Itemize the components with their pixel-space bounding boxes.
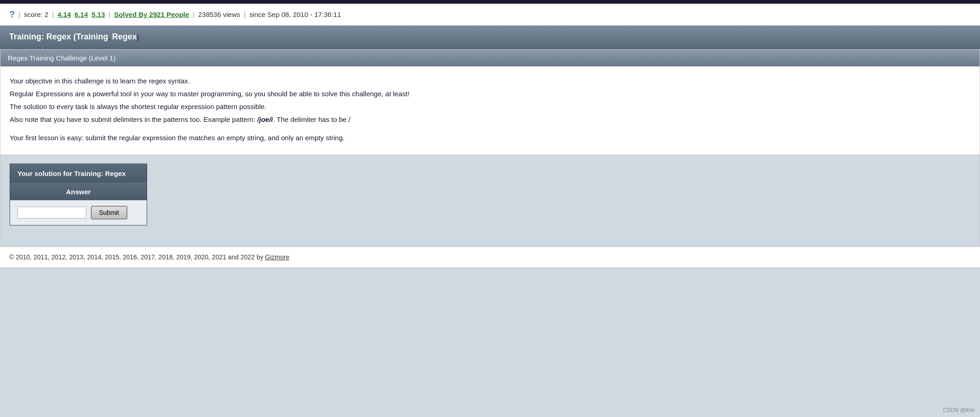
solution-box-title: Your solution for Training: Regex xyxy=(10,164,147,183)
separator-5: | xyxy=(244,11,246,18)
desc-line4-suffix: . The delimiter has to be / xyxy=(273,115,350,123)
title-bar: Training: Regex (Training, Regex) xyxy=(0,26,980,49)
footer: © 2010, 2011, 2012, 2013, 2014, 2015, 20… xyxy=(0,247,980,267)
regex-link[interactable]: Regex xyxy=(112,32,137,41)
separator-3: | xyxy=(109,11,110,18)
submit-button[interactable]: Submit xyxy=(91,206,127,219)
gizmore-link[interactable]: Gizmore xyxy=(265,253,289,261)
score-4-link[interactable]: 4.14 xyxy=(57,11,71,18)
desc-line4-code: /joe/i xyxy=(257,115,273,123)
desc-line3: The solution to every task is always the… xyxy=(10,101,970,112)
desc-line1: Your objective in this challenge is to l… xyxy=(10,76,970,87)
title-text: Training: Regex xyxy=(9,32,71,41)
description: Your objective in this challenge is to l… xyxy=(0,66,980,154)
desc-line4-prefix: Also note that you have to submit delimi… xyxy=(10,115,257,123)
since-label: since Sep 08, 2010 - 17:36:11 xyxy=(249,11,341,18)
copyright-text: © 2010, 2011, 2012, 2013, 2014, 2015, 20… xyxy=(9,253,265,261)
answer-label: Answer xyxy=(10,183,147,200)
input-row: Submit xyxy=(10,200,147,225)
question-icon: ? xyxy=(9,9,15,20)
answer-input[interactable] xyxy=(17,207,86,219)
score-label: score: 2 xyxy=(24,11,48,18)
separator-4: | xyxy=(193,11,194,18)
views-label: 238536 views xyxy=(198,11,240,18)
training-link[interactable]: Training xyxy=(76,32,108,41)
score-6-link[interactable]: 6.14 xyxy=(75,11,88,18)
title-link[interactable]: Training: Regex ( xyxy=(9,32,76,41)
solved-by-link[interactable]: Solved By 2921 People xyxy=(114,11,189,18)
section-header: Regex Training Challenge (Level 1) xyxy=(0,49,980,66)
top-bar xyxy=(0,0,980,4)
separator-1: | xyxy=(18,11,20,18)
solution-area: Your solution for Training: Regex Answer… xyxy=(0,154,980,246)
score-5-link[interactable]: 5.13 xyxy=(92,11,105,18)
lesson-text: Your first lesson is easy: submit the re… xyxy=(10,132,970,143)
separator-2: | xyxy=(52,11,54,18)
solution-box: Your solution for Training: Regex Answer… xyxy=(10,164,147,225)
main-content: Regex Training Challenge (Level 1) Your … xyxy=(0,49,980,247)
meta-row: ? | score: 2 | 4.14 6.14 5.13 | Solved B… xyxy=(0,4,980,26)
desc-line4: Also note that you have to submit delimi… xyxy=(10,114,970,125)
desc-line2: Regular Expressions are a powerful tool … xyxy=(10,88,970,99)
